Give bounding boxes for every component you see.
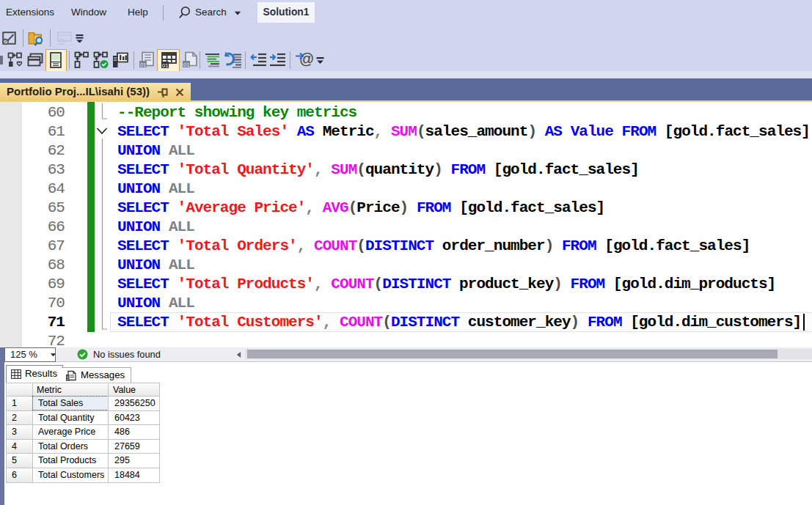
svg-text:01: 01 (183, 62, 189, 68)
svg-text:01: 01 (162, 62, 168, 69)
svg-text:01: 01 (140, 62, 146, 68)
